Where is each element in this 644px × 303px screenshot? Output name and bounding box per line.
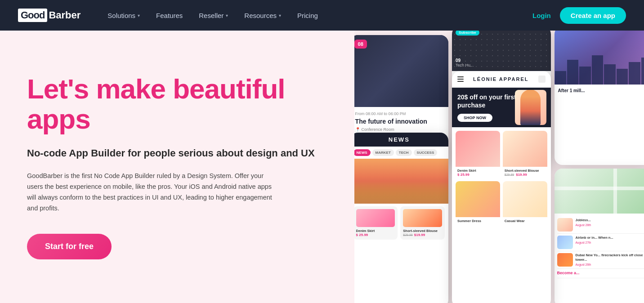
- news-list-item-1: Jobless... August 28th: [557, 216, 644, 234]
- promo-banner: 20$ off on your first purchase SHOP NOW: [452, 88, 550, 127]
- create-app-button[interactable]: Create an app: [560, 7, 626, 24]
- fashion-price-1: $ 25.99: [457, 173, 470, 177]
- fashion-item-4: Casual Wear: [503, 181, 547, 225]
- fashion-info-1: Denim Skirt $ 25.99: [456, 167, 500, 178]
- navbar: Good Barber Solutions ▾ Features Reselle…: [0, 0, 644, 31]
- hero-body-text: GoodBarber is the first No Code App Buil…: [27, 171, 279, 214]
- event-number: 09: [456, 58, 547, 63]
- city-buildings: [555, 53, 644, 85]
- fashion-name-2: Short-sleeved Blouse: [505, 169, 546, 173]
- product-card-1: Denim Skirt $ 25.99: [354, 206, 398, 240]
- map-preview: [555, 169, 644, 214]
- event-description: Tech Hu...: [456, 63, 547, 67]
- event-time: From 08:00 AM to 06:00 PM: [355, 111, 443, 116]
- fashion-brand: LÉONIE APPAREL: [473, 76, 528, 82]
- conference-header: Subscribe 09 Tech Hu...: [452, 31, 550, 71]
- fashion-info-3: Summer Dress: [456, 217, 500, 225]
- hero-app-screenshots: 08 From 08:00 AM to 06:00 PM The future …: [354, 31, 644, 303]
- fashion-price-new-2: $19.99: [516, 173, 527, 177]
- nav-right: Login Create an app: [532, 7, 626, 24]
- news-list: Jobless... August 28th Airbnb or in... W…: [555, 214, 644, 281]
- event-header-bg: [354, 35, 448, 107]
- news-date-1: August 28th: [576, 223, 644, 227]
- nav-resources[interactable]: Resources ▾: [244, 12, 281, 19]
- event-location: 📍 Conference Room: [355, 127, 443, 132]
- logo[interactable]: Good Barber: [18, 9, 80, 22]
- logo-barber: Barber: [49, 9, 80, 21]
- chevron-down-icon: ▾: [226, 13, 228, 18]
- event-date-badge: 08: [354, 40, 367, 49]
- fashion-item-3: Summer Dress: [456, 181, 500, 225]
- nav-reseller[interactable]: Reseller ▾: [199, 12, 228, 19]
- fashion-item-2: Short-sleeved Blouse $29.99 $19.99: [503, 131, 547, 178]
- nav-links: Solutions ▾ Features Reseller ▾ Resource…: [107, 12, 532, 19]
- apps-mosaic: 08 From 08:00 AM to 06:00 PM The future …: [354, 31, 644, 303]
- news-text-2: Airbnb or in... When n... August 27th: [576, 236, 644, 244]
- fashion-item-1: Denim Skirt $ 25.99: [456, 131, 500, 178]
- fashion-img-1: [456, 131, 500, 167]
- product-price-new: $19.99: [414, 233, 425, 237]
- fashion-name-4: Casual Wear: [505, 219, 546, 223]
- become-label: Become a...: [557, 271, 644, 276]
- city-app-screen: After 1 mill...: [555, 31, 644, 165]
- fashion-info-4: Casual Wear: [503, 217, 547, 225]
- after-label: After 1 mill...: [558, 88, 644, 93]
- news-list-item-2: Airbnb or in... When n... August 27th: [557, 234, 644, 251]
- hero-section: Let's make beautiful apps No-code App Bu…: [0, 31, 644, 303]
- become-text: Become a...: [557, 271, 644, 276]
- news-date-3: August 26th: [576, 263, 644, 266]
- nav-features[interactable]: Features: [156, 12, 183, 19]
- news-date-2: August 27th: [576, 241, 644, 244]
- tab-market[interactable]: MARKET: [372, 149, 394, 156]
- hamburger-icon: [457, 76, 464, 82]
- fashion-topbar: LÉONIE APPAREL: [452, 71, 550, 88]
- news-title-2: Airbnb or in... When n...: [576, 236, 644, 240]
- map-street-h: [555, 187, 644, 190]
- news-text-3: Dubai New Yo... firecrackers kick off cl…: [576, 253, 644, 266]
- shop-now-button[interactable]: SHOP NOW: [457, 114, 492, 122]
- news-thumb-3: [557, 253, 573, 267]
- product-image-2: [403, 209, 442, 227]
- news-product-cards: Denim Skirt $ 25.99 Short-sleeved Blouse…: [354, 204, 448, 242]
- news-list-screen: Jobless... August 28th Airbnb or in... W…: [555, 169, 644, 303]
- nav-solutions[interactable]: Solutions ▾: [107, 12, 140, 19]
- news-text-1: Jobless... August 28th: [576, 218, 644, 227]
- fashion-grid: Denim Skirt $ 25.99 Short-sleeved Blouse…: [452, 127, 550, 228]
- fashion-app-screen: LÉONIE APPAREL 20$ off on your first pur…: [452, 71, 550, 303]
- event-info: 09 Tech Hu...: [456, 58, 547, 67]
- nav-pricing[interactable]: Pricing: [297, 12, 318, 19]
- logo-good: Good: [18, 9, 47, 22]
- product-price-1: $ 25.99: [356, 233, 395, 237]
- tab-success[interactable]: SUCCESS: [414, 149, 438, 156]
- hero-subheadline: No-code App Builder for people serious a…: [27, 147, 327, 160]
- fashion-prices-1: $ 25.99: [457, 173, 498, 177]
- promo-model-image: [515, 90, 546, 125]
- event-title: The future of innovation: [355, 118, 443, 125]
- notification-icon: [538, 76, 546, 83]
- product-price-old: $29.99: [403, 233, 412, 236]
- news-thumb-2: [557, 236, 573, 249]
- product-card-2: Short-sleeved Blouse $29.99 $19.99: [400, 206, 445, 240]
- news-title-1: Jobless...: [576, 218, 644, 223]
- news-thumb-1: [557, 218, 573, 232]
- news-tabs: NEWS MARKET TECH SUCCESS: [354, 147, 448, 159]
- fashion-name-3: Summer Dress: [457, 219, 498, 223]
- chevron-down-icon: ▾: [138, 13, 140, 18]
- news-hero-image: [354, 159, 448, 204]
- fashion-price-old-2: $29.99: [505, 173, 514, 176]
- tab-news[interactable]: NEWS: [354, 149, 371, 156]
- fashion-img-4: [503, 181, 547, 217]
- hero-content: Let's make beautiful apps No-code App Bu…: [0, 31, 354, 303]
- start-free-button[interactable]: Start for free: [27, 234, 112, 259]
- chevron-down-icon: ▾: [279, 13, 281, 18]
- location-icon: 📍: [355, 127, 360, 132]
- login-link[interactable]: Login: [532, 12, 551, 19]
- news-list-item-become: Become a...: [557, 269, 644, 278]
- hero-headline: Let's make beautiful apps: [27, 74, 327, 134]
- news-app-screen: NEWS NEWS MARKET TECH SUCCESS Denim Skir…: [354, 133, 448, 303]
- fashion-name-1: Denim Skirt: [457, 169, 498, 173]
- product-name-2: Short-sleeved Blouse: [403, 229, 442, 233]
- model-figure: [520, 90, 541, 125]
- product-name-1: Denim Skirt: [356, 229, 395, 233]
- tab-tech[interactable]: TECH: [396, 149, 412, 156]
